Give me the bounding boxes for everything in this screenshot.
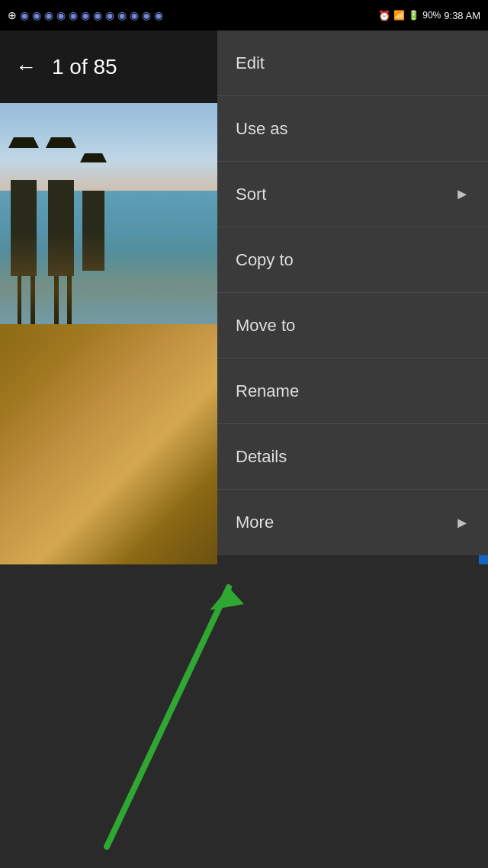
status-bar-left: ⊕ ◉ ◉ ◉ ◉ ◉ ◉ ◉ ◉ ◉ ◉ ◉ ◉ [8, 9, 163, 21]
discord-icon-1: ◉ [20, 9, 29, 21]
discord-icon-12: ◉ [154, 9, 163, 21]
menu-item-move-to[interactable]: Move to [217, 293, 488, 358]
battery-level: 90% [422, 10, 441, 21]
menu-item-details[interactable]: Details [217, 424, 488, 490]
discord-icon-2: ◉ [32, 9, 41, 21]
nav-bar: ← 1 of 85 [0, 31, 217, 103]
back-button[interactable]: ← [15, 55, 37, 79]
discord-icon-4: ◉ [56, 9, 66, 21]
photo-display [0, 31, 217, 564]
discord-icon-11: ◉ [142, 9, 151, 21]
battery-icon: 🔋 [408, 10, 419, 21]
status-bar: ⊕ ◉ ◉ ◉ ◉ ◉ ◉ ◉ ◉ ◉ ◉ ◉ ◉ ⏰ 📶 🔋 90% 9:38… [0, 0, 488, 31]
discord-icon-7: ◉ [93, 9, 102, 21]
menu-item-rename[interactable]: Rename [217, 358, 488, 424]
discord-icon-3: ◉ [44, 9, 53, 21]
menu-item-edit[interactable]: Edit [217, 31, 488, 96]
status-bar-right: ⏰ 📶 🔋 90% 9:38 AM [378, 10, 480, 21]
sort-submenu-arrow: ► [454, 185, 470, 203]
discord-icon-8: ◉ [105, 9, 114, 21]
discord-icon-9: ◉ [117, 9, 127, 21]
menu-item-use-as[interactable]: Use as [217, 96, 488, 162]
bottom-background [0, 564, 488, 868]
discord-icon-6: ◉ [81, 9, 90, 21]
menu-item-copy-to[interactable]: Copy to [217, 227, 488, 293]
alarm-icon: ⏰ [378, 10, 390, 21]
context-menu: Edit Use as Sort ► Copy to Move to Renam… [217, 31, 488, 555]
menu-item-sort[interactable]: Sort ► [217, 162, 488, 227]
photo-counter: 1 of 85 [52, 55, 117, 79]
discord-icon-5: ◉ [69, 9, 78, 21]
discord-icon-10: ◉ [130, 9, 139, 21]
signal-icon: 📶 [393, 10, 405, 21]
notification-icon: ⊕ [8, 9, 17, 21]
time-display: 9:38 AM [444, 10, 480, 21]
menu-item-more[interactable]: More ► [217, 490, 488, 555]
more-submenu-arrow: ► [454, 514, 470, 532]
